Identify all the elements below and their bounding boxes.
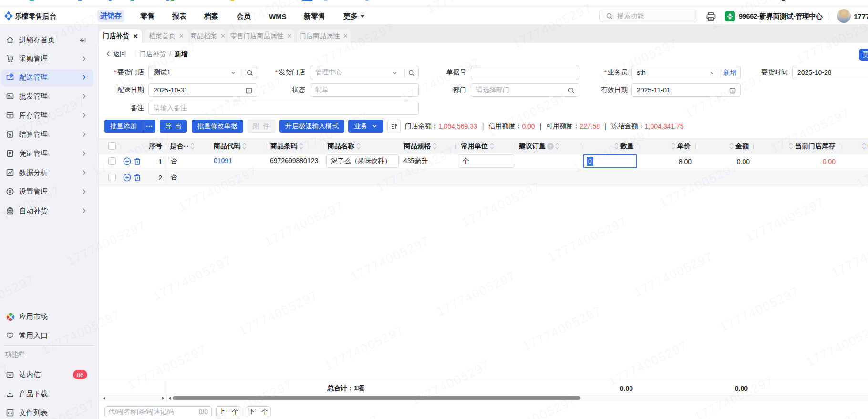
svg-text:?: ? bbox=[549, 143, 552, 149]
